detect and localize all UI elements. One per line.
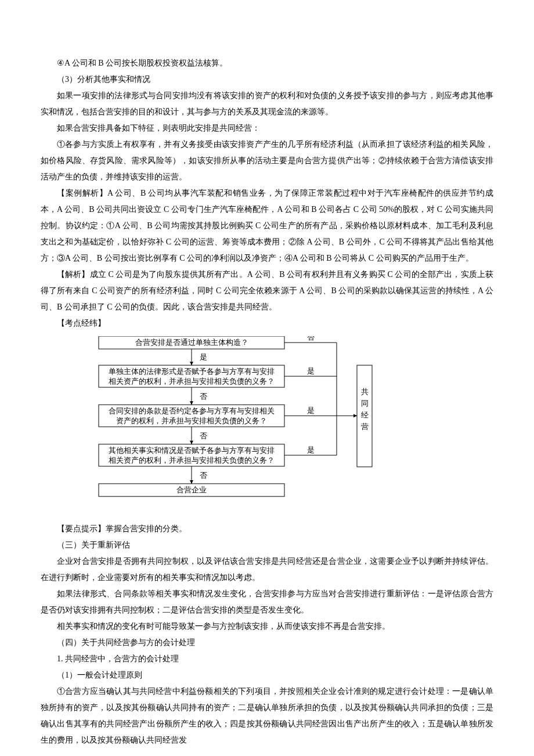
- flowchart-diagram: 合营安排是否通过单独主体构造？ 是 单独主体的法律形式是否赋予各参与方享有与安排…: [93, 336, 377, 516]
- diagram-label-no-2: 否: [200, 392, 207, 401]
- paragraph-8: 【考点经纬】: [41, 315, 493, 332]
- diagram-label-no-1: 否: [307, 336, 315, 341]
- paragraph-1: ④A 公司和 B 公司按长期股权投资权益法核算。: [41, 55, 493, 71]
- paragraph-3: 如果一项安排的法律形式与合同安排均没有将该安排的资产的权利和对负债的义务授予该安…: [41, 88, 493, 120]
- diagram-label-no-4: 否: [200, 471, 207, 480]
- diagram-box-1-text: 合营安排是否通过单独主体构造？: [135, 338, 248, 347]
- diagram-box-2b-text: 相关资产的权利，并承担与安排相关负债的义务？: [109, 377, 275, 386]
- paragraph-2: （3）分析其他事实和情况: [41, 71, 493, 88]
- diagram-box-2a-text: 单独主体的法律形式是否赋予各参与方享有与安排: [109, 367, 275, 376]
- diagram-label-yes-3: 是: [307, 406, 315, 415]
- paragraph-17: ①合营方应当确认其与共同经营中利益份额相关的下列项目，并按照相关企业会计准则的规…: [41, 683, 493, 748]
- diagram-box-5-text: 合营企业: [176, 485, 207, 494]
- diagram-right-label-2: 同: [361, 399, 369, 408]
- diagram-label-yes-1: 是: [200, 352, 207, 361]
- paragraph-15: 1. 共同经营中，合营方的会计处理: [41, 651, 493, 667]
- diagram-box-4b-text: 相关资产的权利，并承担与安排相关负债的义务？: [109, 456, 275, 465]
- diagram-right-label-1: 共: [361, 387, 369, 396]
- paragraph-10: （三）关于重新评估: [41, 537, 493, 553]
- diagram-label-yes-2: 是: [307, 366, 315, 375]
- paragraph-13: 相关事实和情况的变化有时可能导致某一参与方控制该安排，从而使该安排不再是合营安排…: [41, 618, 493, 635]
- diagram-label-no-3: 否: [200, 431, 207, 440]
- diagram-box-3a-text: 合同安排的条款是否约定各参与方享有与安排相关: [109, 406, 275, 415]
- diagram-label-yes-4: 是: [307, 445, 315, 454]
- diagram-right-label-4: 营: [361, 422, 369, 431]
- paragraph-7: 【解析】成立 C 公司是为了向股东提供其所有产出。A 公司、B 公司有权利并且有…: [41, 267, 493, 315]
- paragraph-5: ①各参与方实质上有权享有，并有义务接受由该安排资产产生的几乎所有经济利益（从而承…: [41, 136, 493, 185]
- diagram-box-3b-text: 资产的权利，并承担与安排相关负债的义务？: [116, 416, 267, 425]
- diagram-box-4a-text: 其他相关事实和情况是否赋予各参与方享有与安排: [109, 446, 275, 455]
- paragraph-14: （四）关于共同经营参与方的会计处理: [41, 635, 493, 651]
- paragraph-4: 如果合营安排具备如下特征，则表明此安排是共同经营：: [41, 120, 493, 136]
- paragraph-12: 如果法律形式、合同条款等相关事实和情况发生变化，合营安排参与方应当对合营安排进行…: [41, 586, 493, 618]
- paragraph-6: 【案例解析】A 公司、B 公司均从事汽车装配和销售业务，为了保障正常装配过程中对…: [41, 185, 493, 267]
- paragraph-9: 【要点提示】掌握合营安排的分类。: [41, 521, 493, 537]
- paragraph-16: （1）一般会计处理原则: [41, 667, 493, 683]
- paragraph-11: 企业对合营安排是否拥有共同控制权，以及评估该合营安排是共同经营还是合营企业，这需…: [41, 553, 493, 586]
- diagram-right-label-3: 经: [361, 411, 369, 419]
